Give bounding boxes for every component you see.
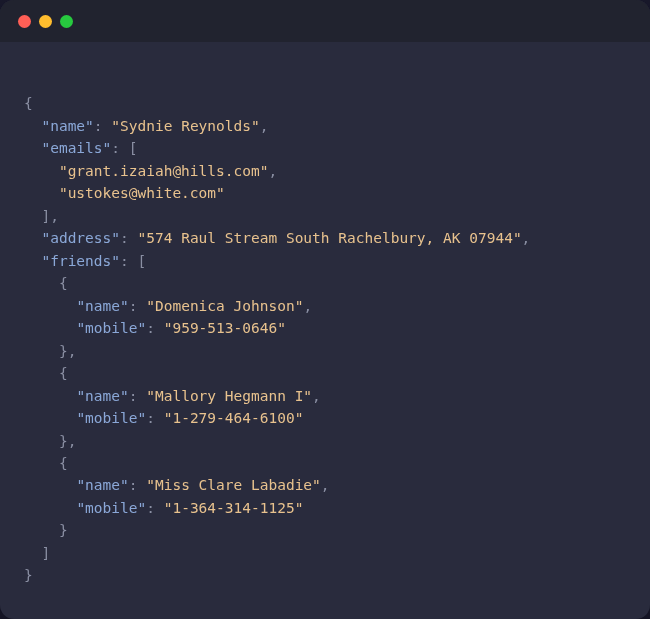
brace-close: }: [24, 567, 33, 583]
colon: :: [120, 230, 137, 246]
json-key: "friends": [41, 253, 120, 269]
json-string: "Mallory Hegmann I": [146, 388, 312, 404]
json-string: "Domenica Johnson": [146, 298, 303, 314]
comma: ,: [260, 118, 269, 134]
json-string: "ustokes@white.com": [59, 185, 225, 201]
bracket-close: ],: [41, 208, 58, 224]
code-block: { "name": "Sydnie Reynolds", "emails": […: [0, 42, 650, 615]
json-key: "mobile": [76, 410, 146, 426]
zoom-icon[interactable]: [60, 15, 73, 28]
json-string: "959-513-0646": [164, 320, 286, 336]
colon: :: [129, 298, 146, 314]
json-key: "name": [76, 298, 128, 314]
json-key: "name": [41, 118, 93, 134]
colon: :: [129, 477, 146, 493]
colon: :: [129, 388, 146, 404]
colon: :: [146, 500, 163, 516]
comma: ,: [321, 477, 330, 493]
colon: :: [120, 253, 137, 269]
colon: :: [146, 410, 163, 426]
json-key: "name": [76, 388, 128, 404]
json-string: "1-279-464-6100": [164, 410, 304, 426]
json-key: "name": [76, 477, 128, 493]
minimize-icon[interactable]: [39, 15, 52, 28]
json-string: "574 Raul Stream South Rachelbury, AK 07…: [138, 230, 522, 246]
brace-open: {: [59, 455, 68, 471]
brace-open: {: [59, 275, 68, 291]
bracket-open: [: [129, 140, 138, 156]
json-string: "1-364-314-1125": [164, 500, 304, 516]
bracket-open: [: [138, 253, 147, 269]
json-string: "Miss Clare Labadie": [146, 477, 321, 493]
colon: :: [146, 320, 163, 336]
titlebar: [0, 0, 650, 42]
close-icon[interactable]: [18, 15, 31, 28]
brace-open: {: [24, 95, 33, 111]
json-key: "mobile": [76, 500, 146, 516]
colon: :: [94, 118, 111, 134]
brace-close: },: [59, 433, 76, 449]
json-key: "address": [41, 230, 120, 246]
code-window: { "name": "Sydnie Reynolds", "emails": […: [0, 0, 650, 619]
brace-open: {: [59, 365, 68, 381]
brace-close: },: [59, 343, 76, 359]
json-string: "grant.izaiah@hills.com": [59, 163, 269, 179]
json-key: "emails": [41, 140, 111, 156]
comma: ,: [268, 163, 277, 179]
comma: ,: [312, 388, 321, 404]
json-key: "mobile": [76, 320, 146, 336]
comma: ,: [522, 230, 531, 246]
colon: :: [111, 140, 128, 156]
bracket-close: ]: [41, 545, 50, 561]
brace-close: }: [59, 522, 68, 538]
json-string: "Sydnie Reynolds": [111, 118, 259, 134]
comma: ,: [303, 298, 312, 314]
